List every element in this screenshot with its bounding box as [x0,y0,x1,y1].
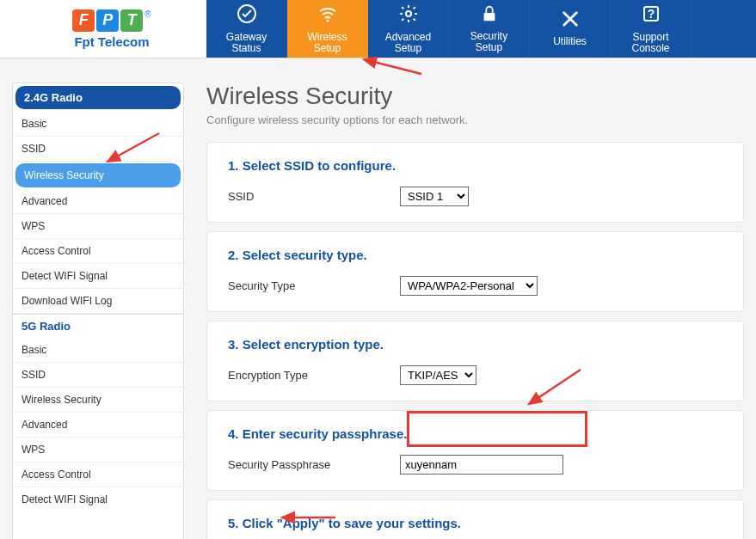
step-5-title: 5. Click "Apply" to save your settings. [228,516,722,530]
sidebar-item-download-log[interactable]: Download WIFI Log [13,289,183,314]
sidebar: 2.4G Radio Basic SSID Wireless Security … [12,83,184,539]
main-content: Wireless Security Configure wireless sec… [206,83,744,539]
wifi-icon [317,3,338,29]
sidebar-item-ssid[interactable]: SSID [13,137,183,162]
sidebar-item-5g-wireless-security[interactable]: Wireless Security [13,388,183,413]
sidebar-item-5g-ssid[interactable]: SSID [13,363,183,388]
sidebar-item-5g-detect-wifi[interactable]: Detect WIFI Signal [13,487,183,511]
nav-label: Utilities [553,36,587,47]
step-2-title: 2. Select security type. [228,248,722,262]
step-1-title: 1. Select SSID to configure. [228,158,722,173]
nav-support-console[interactable]: ? SupportConsole [611,0,691,58]
passphrase-label: Security Passphrase [228,458,400,471]
step-4-card: 4. Enter security passphrase. Security P… [206,410,744,491]
svg-text:?: ? [647,7,655,21]
check-circle-icon [237,3,257,29]
sidebar-item-advanced[interactable]: Advanced [13,189,183,214]
step-3-title: 3. Select encryption type. [228,337,722,352]
registered-icon: ® [144,9,151,19]
svg-rect-3 [483,13,495,21]
page-subtitle: Configure wireless security options for … [206,113,744,126]
sidebar-item-wireless-security[interactable]: Wireless Security [15,163,181,187]
brand-text: Fpt Telecom [74,34,149,49]
step-4-title: 4. Enter security passphrase. [228,426,722,441]
logo-t: T [120,9,143,32]
sidebar-item-detect-wifi[interactable]: Detect WIFI Signal [13,264,183,289]
page-title: Wireless Security [206,83,744,110]
sidebar-item-wps[interactable]: WPS [13,214,183,239]
svg-point-2 [406,11,411,16]
step-3-card: 3. Select encryption type. Encryption Ty… [206,321,744,401]
header: F P T ® Fpt Telecom GatewayStatus Wirele… [0,0,756,58]
logo-p: P [96,9,119,32]
sidebar-head-24g: 2.4G Radio [15,86,181,109]
encryption-type-select[interactable]: TKIP/AES [400,365,476,385]
tools-icon [561,9,580,34]
logo-f: F [72,9,95,32]
ssid-select[interactable]: SSID 1 [400,187,469,206]
step-5-card: 5. Click "Apply" to save your settings. … [206,499,744,539]
nav-gateway-status[interactable]: GatewayStatus [206,0,287,58]
nav-label: SecuritySetup [470,31,507,53]
nav-advanced-setup[interactable]: AdvancedSetup [368,0,449,58]
nav-utilities[interactable]: Utilities [530,0,611,58]
sidebar-item-5g-advanced[interactable]: Advanced [13,413,183,438]
nav-label: WirelessSetup [307,32,347,54]
svg-point-1 [326,19,329,21]
nav-wireless-setup[interactable]: WirelessSetup [287,0,368,58]
lock-icon [480,4,499,28]
security-type-label: Security Type [228,279,400,292]
sidebar-head-5g: 5G Radio [13,314,183,338]
nav-label: AdvancedSetup [385,32,431,54]
sidebar-item-access-control[interactable]: Access Control [13,239,183,264]
sidebar-item-5g-access-control[interactable]: Access Control [13,462,183,487]
top-nav: GatewayStatus WirelessSetup AdvancedSetu… [206,0,756,58]
step-1-card: 1. Select SSID to configure. SSID SSID 1 [206,142,744,223]
nav-security-setup[interactable]: SecuritySetup [449,0,530,58]
help-icon: ? [641,3,661,29]
nav-label: SupportConsole [631,32,669,54]
sidebar-item-basic[interactable]: Basic [13,112,183,137]
nav-label: GatewayStatus [226,32,267,54]
encryption-type-label: Encryption Type [228,369,400,382]
ssid-label: SSID [228,190,400,203]
logo: F P T ® Fpt Telecom [0,0,206,58]
step-2-card: 2. Select security type. Security Type W… [206,231,744,312]
passphrase-input[interactable] [400,455,563,475]
security-type-select[interactable]: WPA/WPA2-Personal [400,276,538,296]
gear-icon [398,3,419,29]
sidebar-item-5g-basic[interactable]: Basic [13,338,183,363]
sidebar-item-5g-wps[interactable]: WPS [13,438,183,462]
